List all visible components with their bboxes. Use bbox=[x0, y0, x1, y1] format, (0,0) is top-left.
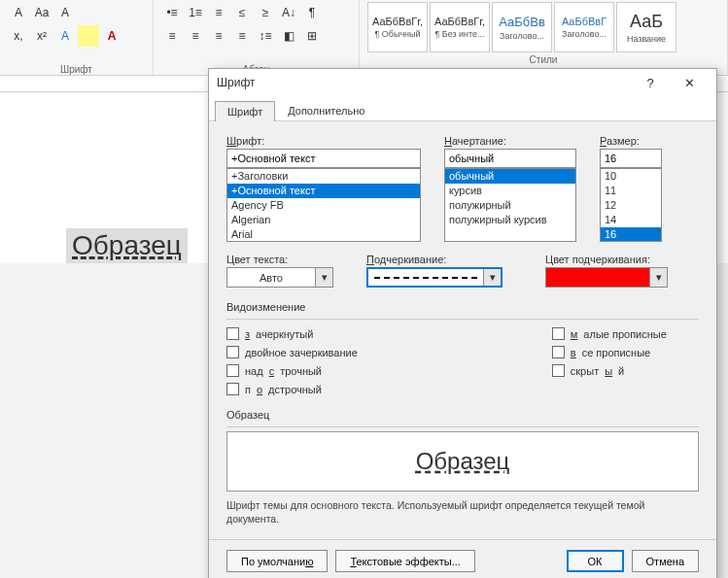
dialog-titlebar[interactable]: Шрифт ? ✕ bbox=[209, 69, 716, 96]
numbering-icon[interactable]: 1≡ bbox=[185, 2, 206, 23]
ribbon: A Aa A x, x² A A Шрифт •≡ 1≡ ≡ ≤ ≥ A↓ ¶ bbox=[0, 0, 728, 76]
tab-advanced[interactable]: Дополнительно bbox=[275, 100, 377, 120]
change-case-icon[interactable]: Aa bbox=[31, 2, 52, 23]
ribbon-group-styles: АаБбВвГг,¶ Обычный АаБбВвГг,¶ Без инте..… bbox=[360, 0, 728, 75]
font-group-label: Шрифт bbox=[8, 62, 145, 75]
styles-group-label: Стили bbox=[367, 52, 719, 65]
list-item[interactable]: +Основной текст bbox=[227, 184, 420, 198]
font-color-icon[interactable]: A bbox=[101, 25, 122, 47]
clear-format-icon[interactable]: A bbox=[54, 2, 76, 23]
list-item[interactable]: полужирный bbox=[445, 198, 575, 213]
align-left-icon[interactable]: ≡ bbox=[161, 25, 183, 47]
font-label: Шрифт: bbox=[226, 135, 421, 147]
list-item[interactable]: полужирный курсив bbox=[445, 213, 575, 227]
dec-indent-icon[interactable]: ≤ bbox=[231, 2, 253, 23]
showmarks-icon[interactable]: ¶ bbox=[301, 2, 323, 23]
increase-font-icon[interactable]: A bbox=[8, 2, 29, 23]
ribbon-group-font: A Aa A x, x² A A Шрифт bbox=[0, 0, 154, 75]
styles-gallery[interactable]: АаБбВвГг,¶ Обычный АаБбВвГг,¶ Без инте..… bbox=[367, 2, 719, 52]
tab-font[interactable]: Шрифт bbox=[215, 101, 275, 121]
multilevel-icon[interactable]: ≡ bbox=[208, 2, 229, 23]
align-center-icon[interactable]: ≡ bbox=[185, 25, 206, 47]
font-dialog: Шрифт ? ✕ Шрифт Дополнительно Шрифт: +За… bbox=[208, 68, 717, 263]
dialog-title: Шрифт bbox=[217, 76, 631, 89]
style-item-heading2[interactable]: АаБбВвГЗаголово... bbox=[554, 2, 614, 52]
bullets-icon[interactable]: •≡ bbox=[161, 2, 183, 23]
style-item-normal[interactable]: АаБбВвГг,¶ Обычный bbox=[367, 2, 428, 52]
close-button[interactable]: ✕ bbox=[670, 69, 709, 96]
align-right-icon[interactable]: ≡ bbox=[208, 25, 229, 47]
help-button[interactable]: ? bbox=[631, 69, 670, 96]
highlight-icon[interactable] bbox=[78, 25, 99, 47]
line-spacing-icon[interactable]: ↕≡ bbox=[255, 25, 276, 47]
sort-icon[interactable]: A↓ bbox=[278, 2, 299, 23]
size-listbox[interactable]: 10 11 12 14 16 bbox=[600, 168, 662, 242]
justify-icon[interactable]: ≡ bbox=[231, 25, 253, 47]
dialog-body: Шрифт: +Заголовки +Основной текст Agency… bbox=[209, 121, 716, 263]
list-item[interactable]: Arial bbox=[227, 227, 420, 242]
font-input[interactable] bbox=[226, 149, 421, 168]
list-item[interactable]: 16 bbox=[601, 227, 661, 242]
underline-color-label: Цвет подчеркивания: bbox=[545, 254, 681, 263]
list-item[interactable]: обычный bbox=[445, 169, 575, 184]
font-color-label: Цвет текста: bbox=[226, 254, 343, 263]
superscript-icon[interactable]: x² bbox=[31, 25, 52, 47]
size-input[interactable] bbox=[600, 149, 662, 168]
shading-icon[interactable]: ◧ bbox=[278, 25, 299, 47]
font-listbox[interactable]: +Заголовки +Основной текст Agency FB Alg… bbox=[226, 168, 421, 242]
list-item[interactable]: Algerian bbox=[227, 213, 420, 227]
style-input[interactable] bbox=[444, 149, 576, 168]
style-item-nospace[interactable]: АаБбВвГг,¶ Без инте... bbox=[430, 2, 490, 52]
inc-indent-icon[interactable]: ≥ bbox=[255, 2, 276, 23]
list-item[interactable]: Agency FB bbox=[227, 198, 420, 213]
borders-icon[interactable]: ⊞ bbox=[301, 25, 323, 47]
subscript-icon[interactable]: x, bbox=[8, 25, 29, 47]
style-item-title[interactable]: АаБНазвание bbox=[616, 2, 676, 52]
list-item[interactable]: 10 bbox=[601, 169, 661, 184]
list-item[interactable]: 11 bbox=[601, 184, 661, 198]
document-sample-text[interactable]: Образец bbox=[66, 228, 188, 263]
list-item[interactable]: курсив bbox=[445, 184, 575, 198]
list-item[interactable]: +Заголовки bbox=[227, 169, 420, 184]
style-item-heading1[interactable]: АаБбВвЗаголово... bbox=[492, 2, 552, 52]
style-listbox[interactable]: обычный курсив полужирный полужирный кур… bbox=[444, 168, 576, 242]
dialog-tabs: Шрифт Дополнительно bbox=[209, 96, 716, 121]
list-item[interactable]: 14 bbox=[601, 213, 661, 227]
underline-style-label: Подчеркивание: bbox=[366, 254, 522, 263]
size-label: Размер: bbox=[600, 135, 662, 147]
style-label: Начертание: bbox=[444, 135, 576, 147]
list-item[interactable]: 12 bbox=[601, 198, 661, 213]
text-effects-icon[interactable]: A bbox=[54, 25, 76, 47]
ribbon-group-paragraph: •≡ 1≡ ≡ ≤ ≥ A↓ ¶ ≡ ≡ ≡ ≡ ↕≡ ◧ ⊞ Абзац bbox=[154, 0, 360, 75]
